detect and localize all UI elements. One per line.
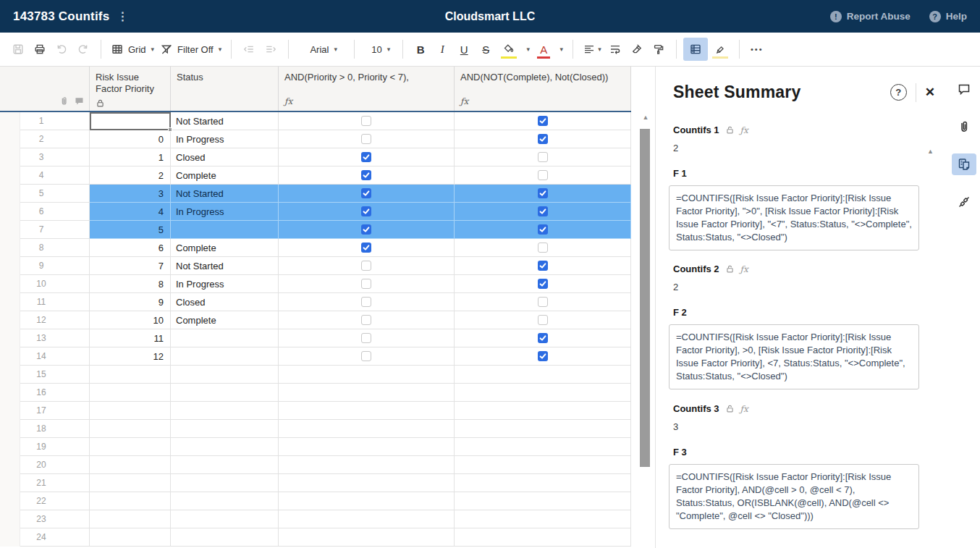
cell-formula-1[interactable] xyxy=(279,456,455,474)
field-value[interactable]: 2 xyxy=(673,143,926,153)
cell-status[interactable]: Not Started xyxy=(171,185,279,203)
cell-formula-1[interactable] xyxy=(279,384,455,402)
checkbox-checked[interactable] xyxy=(361,170,371,180)
panel-help-icon[interactable]: ? xyxy=(890,84,907,101)
cell-status[interactable]: In Progress xyxy=(171,275,279,293)
cell-formula-1[interactable] xyxy=(279,203,455,221)
cell-formula-1[interactable] xyxy=(279,311,455,329)
cell-risk-priority[interactable]: 4 xyxy=(90,203,171,221)
cell-formula-2[interactable] xyxy=(455,203,631,221)
field-formula-box[interactable]: =COUNTIFS([Risk Issue Factor Priority]:[… xyxy=(669,185,919,250)
cell-risk-priority[interactable] xyxy=(90,384,171,402)
cell-status[interactable] xyxy=(171,438,279,456)
cell-risk-priority[interactable]: 6 xyxy=(90,239,171,257)
cell-formula-2[interactable] xyxy=(455,148,631,166)
column-header-formula-2[interactable]: AND(NOT(Complete), Not(Closed)) ƒx xyxy=(455,67,631,111)
cell-status[interactable] xyxy=(171,474,279,492)
row-number[interactable]: 19 xyxy=(20,438,90,456)
cell-formula-2[interactable] xyxy=(455,420,631,438)
field-value[interactable]: 3 xyxy=(673,421,926,432)
checkbox-checked[interactable] xyxy=(361,152,371,162)
row-number[interactable]: 22 xyxy=(20,492,90,510)
cell-status[interactable]: Closed xyxy=(171,293,279,311)
cell-formula-1[interactable] xyxy=(279,239,455,257)
cell-formula-1[interactable] xyxy=(279,275,455,293)
row-number[interactable]: 18 xyxy=(20,420,90,438)
row-number[interactable]: 16 xyxy=(20,384,90,402)
checkbox-checked[interactable] xyxy=(538,134,548,144)
cell-risk-priority[interactable]: 2 xyxy=(90,166,171,185)
cell-risk-priority[interactable]: 10 xyxy=(90,311,171,329)
cell-status[interactable]: In Progress xyxy=(171,130,279,148)
cell-status[interactable]: Not Started xyxy=(171,257,279,275)
cell-formula-2[interactable] xyxy=(455,366,631,384)
cell-status[interactable] xyxy=(171,402,279,420)
checkbox-checked[interactable] xyxy=(361,206,371,216)
cell-risk-priority[interactable] xyxy=(90,402,171,420)
cell-risk-priority[interactable]: 0 xyxy=(90,130,171,148)
cell-formula-2[interactable] xyxy=(455,510,631,528)
cell-formula-1[interactable] xyxy=(279,257,455,275)
cell-status[interactable]: Complete xyxy=(171,166,279,185)
row-number[interactable]: 6 xyxy=(20,203,90,221)
sheet-summary-button[interactable] xyxy=(952,153,976,175)
help-link[interactable]: ? Help xyxy=(929,11,967,22)
wrap-text-button[interactable] xyxy=(604,38,626,61)
cell-formula-2[interactable] xyxy=(455,329,631,347)
checkbox-unchecked[interactable] xyxy=(538,243,548,253)
cell-formula-1[interactable] xyxy=(279,221,455,239)
cell-formula-1[interactable] xyxy=(279,474,455,492)
cell-risk-priority[interactable] xyxy=(90,438,171,456)
cell-risk-priority[interactable] xyxy=(90,492,171,510)
cell-formula-1[interactable] xyxy=(279,420,455,438)
checkbox-checked[interactable] xyxy=(361,188,371,198)
cell-formula-1[interactable] xyxy=(279,148,455,166)
cell-formula-1[interactable] xyxy=(279,112,455,130)
cell-risk-priority[interactable]: 5 xyxy=(90,221,171,239)
bold-button[interactable]: B xyxy=(410,38,431,61)
cell-formula-2[interactable] xyxy=(455,347,631,366)
checkbox-checked[interactable] xyxy=(538,116,548,126)
view-switcher[interactable]: Grid ▾ xyxy=(108,38,157,61)
cell-formula-1[interactable] xyxy=(279,402,455,420)
grid-vertical-scrollbar[interactable]: ▲ xyxy=(637,112,654,548)
cell-formula-2[interactable] xyxy=(455,293,631,311)
cell-formula-1[interactable] xyxy=(279,130,455,148)
clear-format-button[interactable] xyxy=(626,38,648,61)
cell-status[interactable] xyxy=(171,420,279,438)
cell-risk-priority[interactable]: 11 xyxy=(90,329,171,347)
cell-formula-2[interactable] xyxy=(455,456,631,474)
font-size-select[interactable]: 10 ▾ xyxy=(361,38,396,61)
panel-close-icon[interactable]: ✕ xyxy=(925,85,935,100)
checkbox-unchecked[interactable] xyxy=(538,315,548,325)
cell-risk-priority[interactable] xyxy=(90,112,171,130)
row-number[interactable]: 20 xyxy=(20,456,90,474)
cell-formula-1[interactable] xyxy=(279,492,455,510)
cell-formula-2[interactable] xyxy=(455,492,631,510)
cell-status[interactable] xyxy=(171,221,279,239)
cell-risk-priority[interactable] xyxy=(90,366,171,384)
checkbox-unchecked[interactable] xyxy=(361,351,371,361)
cell-formula-1[interactable] xyxy=(279,528,455,547)
checkbox-unchecked[interactable] xyxy=(361,134,371,144)
row-number[interactable]: 11 xyxy=(20,293,90,311)
checkbox-unchecked[interactable] xyxy=(538,152,548,162)
cell-risk-priority[interactable] xyxy=(90,456,171,474)
cell-status[interactable] xyxy=(171,347,279,366)
cell-risk-priority[interactable] xyxy=(90,474,171,492)
cell-status[interactable]: Complete xyxy=(171,239,279,257)
cell-risk-priority[interactable] xyxy=(90,528,171,547)
conversations-button[interactable] xyxy=(952,78,976,100)
cell-status[interactable] xyxy=(171,329,279,347)
cell-formula-1[interactable] xyxy=(279,510,455,528)
connections-button[interactable] xyxy=(952,191,976,213)
row-number[interactable]: 17 xyxy=(20,402,90,420)
checkbox-unchecked[interactable] xyxy=(361,116,371,126)
checkbox-checked[interactable] xyxy=(538,351,548,361)
more-options-button[interactable]: ••• xyxy=(746,38,768,61)
cell-status[interactable] xyxy=(171,384,279,402)
checkbox-checked[interactable] xyxy=(538,279,548,289)
checkbox-checked[interactable] xyxy=(538,206,548,216)
print-button[interactable] xyxy=(29,38,51,61)
field-formula-box[interactable]: =COUNTIFS([Risk Issue Factor Priority]:[… xyxy=(669,464,919,529)
